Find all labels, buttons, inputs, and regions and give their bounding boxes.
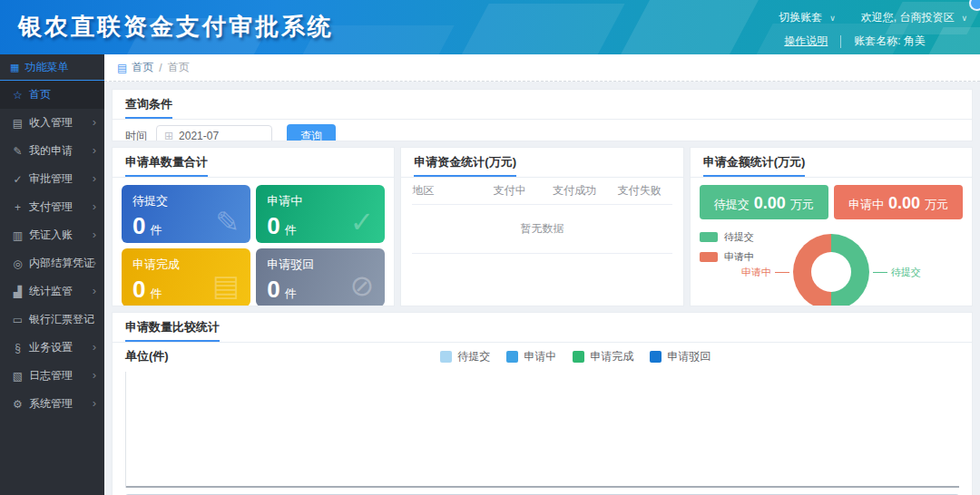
account-name-label: 账套名称: 角美 (854, 34, 926, 49)
breadcrumb-separator: / (159, 62, 162, 74)
sidebar-menu-header[interactable]: ▦ 功能菜单 (0, 54, 104, 81)
operation-guide-link[interactable]: 操作说明 (784, 34, 828, 49)
donut-chart[interactable] (793, 234, 869, 306)
sidebar-item-voucher-entry[interactable]: ▥ 凭证入账 › (0, 221, 104, 249)
breadcrumb: ▤ 首页 / 首页 (104, 54, 980, 82)
search-button[interactable]: 查询 (287, 124, 336, 141)
sidebar-item-approval[interactable]: ✓ 审批管理 › (0, 165, 104, 193)
badge-label: 待提交 (714, 197, 750, 213)
sidebar-item-label: 收入管理 (29, 115, 73, 131)
legend-swatch-light-blue (440, 351, 452, 363)
chevron-right-icon: › (93, 116, 96, 128)
legend-label: 申请驳回 (667, 349, 710, 364)
sidebar-item-label: 业务设置 (29, 340, 73, 355)
sidebar-item-label: 支付管理 (29, 199, 73, 215)
chevron-right-icon: › (93, 144, 96, 156)
sidebar-item-label: 首页 (29, 87, 51, 102)
legend-label: 申请完成 (590, 349, 633, 364)
funds-panel-title: 申请资金统计(万元) (414, 154, 516, 177)
stat-card-value: 0 (267, 212, 279, 239)
badge-unit: 万元 (790, 197, 814, 213)
vertical-divider (840, 35, 841, 48)
calendar-icon: ⊞ (164, 130, 173, 141)
legend-swatch-dark-blue (650, 351, 662, 363)
header-deco-shape (455, 4, 624, 54)
system-settings-icon: ⚙ (10, 398, 25, 411)
column-header-success: 支付成功 (542, 183, 607, 199)
sidebar-item-statistics[interactable]: ▟ 统计监管 › (0, 277, 104, 306)
my-application-icon: ✎ (10, 145, 25, 158)
sidebar: ▦ 功能菜单 ☆ 首页 ▤ 收入管理 › ✎ 我的申请 › ✓ 审批管理 › +… (0, 54, 104, 495)
sidebar-item-home[interactable]: ☆ 首页 (0, 81, 104, 109)
sidebar-item-system-management[interactable]: ⚙ 系统管理 › (0, 390, 104, 418)
sidebar-item-bank-draft-register[interactable]: ▭ 银行汇票登记 (0, 306, 104, 334)
amounts-statistics-panel: 申请金额统计(万元) 待提交 0.00 万元 申请中 0.00 万元 (690, 147, 973, 306)
amounts-panel-title: 申请金额统计(万元) (703, 154, 806, 177)
badge-unit: 万元 (925, 197, 948, 213)
stat-card-unit: 件 (285, 286, 297, 300)
stat-card-completed[interactable]: 申请完成 0件 ▤ (122, 248, 250, 306)
breadcrumb-root-link[interactable]: 首页 (132, 60, 153, 75)
sidebar-item-label: 统计监管 (29, 284, 73, 299)
stat-card-unit: 件 (150, 223, 162, 237)
home-icon: ☆ (10, 89, 25, 102)
bank-draft-register-icon: ▭ (10, 314, 25, 326)
column-header-paying: 支付中 (477, 183, 543, 199)
legend-item-in-progress[interactable]: 申请中 (506, 349, 556, 364)
sidebar-item-label: 系统管理 (29, 396, 73, 412)
comparison-chart-legend: 待提交 申请中 申请完成 申请驳回 (440, 349, 710, 364)
chevron-right-icon: › (93, 257, 96, 268)
sidebar-item-log-management[interactable]: ▧ 日志管理 › (0, 362, 104, 390)
chevron-right-icon: › (93, 285, 96, 296)
sidebar-item-label: 凭证入账 (29, 228, 73, 243)
switch-account-link[interactable]: 切换账套 (779, 10, 822, 25)
legend-swatch-blue (506, 351, 518, 363)
donut-label-right: 待提交 (891, 266, 921, 279)
chevron-right-icon: › (93, 369, 96, 381)
legend-item-completed[interactable]: 申请完成 (573, 349, 633, 364)
amount-badge-in-progress[interactable]: 申请中 0.00 万元 (834, 185, 963, 219)
stat-card-rejected[interactable]: 申请驳回 0件 ⊘ (256, 248, 385, 306)
amount-badge-pending-submit[interactable]: 待提交 0.00 万元 (700, 185, 828, 219)
column-header-failed: 支付失败 (607, 183, 672, 199)
legend-label: 申请中 (524, 349, 556, 364)
sidebar-item-payment[interactable]: + 支付管理 › (0, 193, 104, 221)
stat-card-unit: 件 (285, 223, 297, 237)
legend-item-pending-submit[interactable]: 待提交 (440, 349, 490, 364)
chevron-right-icon: › (93, 172, 96, 184)
donut-hole (811, 252, 851, 292)
sidebar-item-label: 我的申请 (29, 143, 73, 159)
donut-chart-area: 待提交 申请中 申请中 (691, 227, 972, 306)
time-label: 时间 (125, 129, 147, 142)
legend-item-rejected[interactable]: 申请驳回 (650, 349, 710, 364)
badge-value: 0.00 (754, 194, 786, 213)
business-settings-icon: § (10, 342, 25, 354)
y-axis-unit-label: 单位(件) (125, 348, 169, 364)
stat-card-in-progress[interactable]: 申请中 0件 ✓ (256, 185, 385, 243)
sidebar-item-income[interactable]: ▤ 收入管理 › (0, 109, 104, 137)
sidebar-item-business-settings[interactable]: § 业务设置 › (0, 334, 104, 362)
funds-panel-title-bar: 申请资金统计(万元) (401, 148, 682, 178)
sidebar-item-label: 日志管理 (29, 368, 73, 383)
comparison-panel-title-bar: 申请数量比较统计 (113, 313, 972, 343)
column-header-region: 地区 (412, 183, 477, 199)
header-deco-shape (615, 0, 765, 54)
sidebar-item-label: 内部结算凭证 (29, 256, 94, 271)
chevron-right-icon: › (93, 341, 96, 353)
breadcrumb-current: 首页 (168, 60, 190, 75)
sidebar-item-my-applications[interactable]: ✎ 我的申请 › (0, 137, 104, 165)
month-picker-input[interactable]: ⊞ 2021-07 (156, 125, 272, 142)
counts-panel-title-bar: 申请单数量合计 (113, 148, 394, 178)
amounts-panel-title-bar: 申请金额统计(万元) (691, 148, 972, 178)
app-title: 银农直联资金支付审批系统 (18, 0, 334, 53)
stat-card-pending-submit[interactable]: 待提交 0件 ✎ (122, 185, 250, 243)
stat-card-unit: 件 (150, 286, 162, 300)
list-check-icon: ✓ (350, 205, 375, 239)
sidebar-item-internal-settlement[interactable]: ◎ 内部结算凭证 › (0, 249, 104, 277)
income-document-icon: ▤ (10, 117, 25, 130)
month-picker-value: 2021-07 (179, 130, 219, 141)
app-header: 银农直联资金支付审批系统 切换账套 ∨ 欢迎您, 台商投资区 ∨ 操作说明 账套… (0, 0, 980, 54)
welcome-user-dropdown[interactable]: 欢迎您, 台商投资区 (861, 10, 955, 25)
sidebar-item-label: 审批管理 (29, 171, 73, 187)
approval-check-icon: ✓ (10, 173, 25, 186)
